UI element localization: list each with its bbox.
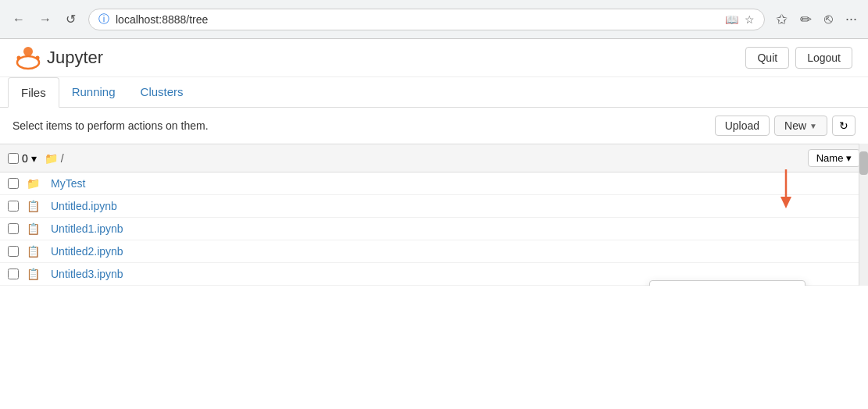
new-button[interactable]: New ▼: [774, 116, 827, 136]
header-checkbox-area: 0 ▾: [8, 152, 37, 165]
header-buttons: Quit Logout: [745, 47, 852, 69]
pen-icon[interactable]: ✏: [797, 9, 815, 30]
share-icon[interactable]: ⎋: [821, 9, 836, 29]
scrollbar-thumb[interactable]: [859, 151, 868, 175]
jupyter-logo: Jupyter: [16, 45, 103, 70]
svg-point-2: [17, 56, 21, 60]
sort-button[interactable]: Name ▾: [808, 149, 860, 167]
tab-running[interactable]: Running: [59, 77, 128, 108]
arrow-indicator: [774, 169, 798, 211]
browser-chrome: ← → ↺ ⓘ localhost:8888/tree 📖 ☆ ✩ ✏ ⎋ ··…: [0, 0, 868, 39]
new-dropdown-arrow: ▼: [809, 122, 817, 130]
file-checkbox-4[interactable]: [8, 269, 19, 279]
file-list-header: 0 ▾ 📁 / Name ▾: [0, 144, 868, 172]
dropdown-toggle[interactable]: ▾: [31, 152, 37, 165]
tab-files[interactable]: Files: [8, 77, 59, 108]
dropdown-menu: Notebook: Python 3 Slicer 4.9 Other: Tex…: [649, 280, 805, 286]
jupyter-title: Jupyter: [47, 48, 103, 68]
tab-clusters[interactable]: Clusters: [128, 77, 196, 108]
svg-point-3: [36, 56, 40, 60]
url-text: localhost:8888/tree: [116, 13, 719, 26]
content-area: 0 ▾ 📁 / Name ▾ 📁 MyTest 📋 Untitled.ipynb…: [0, 144, 868, 286]
main-content: Files Running Clusters Select items to p…: [0, 77, 868, 286]
file-name-2[interactable]: Untitled1.ipynb: [51, 222, 860, 235]
notebook-section-label: Notebook:: [650, 281, 805, 286]
folder-file-icon: 📁: [27, 177, 40, 190]
select-message: Select items to perform actions on them.: [13, 119, 209, 132]
tabs: Files Running Clusters: [0, 77, 868, 108]
favorites-icon[interactable]: ✩: [773, 9, 791, 30]
upload-button[interactable]: Upload: [715, 116, 770, 136]
notebook-file-icon-4: 📋: [27, 268, 40, 280]
path-text: /: [61, 152, 64, 165]
svg-marker-5: [780, 197, 791, 208]
back-button[interactable]: ←: [8, 9, 30, 30]
toolbar: Select items to perform actions on them.…: [0, 108, 868, 144]
bookmark-icon[interactable]: ☆: [745, 13, 755, 26]
notebook-file-icon-2: 📋: [27, 222, 40, 235]
jupyter-logo-icon: [16, 45, 41, 70]
browser-actions: ✩ ✏ ⎋ ···: [773, 9, 860, 30]
forward-button[interactable]: →: [34, 9, 56, 30]
file-checkbox-3[interactable]: [8, 246, 19, 257]
svg-point-0: [23, 47, 33, 56]
folder-icon: 📁: [45, 152, 58, 165]
file-count: 0: [22, 152, 28, 165]
info-icon: ⓘ: [98, 12, 109, 27]
jupyter-header: Jupyter Quit Logout: [0, 39, 868, 77]
file-name-0[interactable]: MyTest: [51, 177, 860, 190]
reader-icon[interactable]: 📖: [725, 13, 738, 26]
notebook-file-icon-1: 📋: [27, 200, 40, 212]
file-checkbox-0[interactable]: [8, 178, 19, 189]
notebook-file-icon-3: 📋: [27, 245, 40, 258]
logout-button[interactable]: Logout: [795, 47, 852, 69]
select-all-checkbox[interactable]: [8, 153, 19, 164]
refresh-files-button[interactable]: ↻: [832, 116, 855, 136]
file-row: 📋 Untitled1.ipynb: [0, 218, 868, 240]
file-name-1[interactable]: Untitled.ipynb: [51, 200, 860, 212]
file-row: 📁 MyTest: [0, 172, 868, 195]
file-row: 📋 Untitled.ipynb: [0, 195, 868, 218]
menu-icon[interactable]: ···: [842, 9, 860, 29]
file-checkbox-2[interactable]: [8, 223, 19, 234]
scrollbar[interactable]: [859, 144, 868, 286]
file-name-4[interactable]: Untitled3.ipynb: [51, 268, 860, 280]
nav-buttons: ← → ↺: [8, 9, 80, 30]
new-label: New: [784, 119, 806, 132]
file-checkbox-1[interactable]: [8, 201, 19, 212]
path-indicator: 📁 /: [45, 152, 64, 165]
refresh-button[interactable]: ↺: [61, 9, 80, 30]
file-name-3[interactable]: Untitled2.ipynb: [51, 245, 860, 258]
toolbar-right: Upload New ▼ ↻: [715, 116, 855, 136]
file-row: 📋 Untitled2.ipynb: [0, 240, 868, 263]
address-bar[interactable]: ⓘ localhost:8888/tree 📖 ☆: [88, 9, 765, 30]
address-icons: 📖 ☆: [725, 13, 755, 26]
quit-button[interactable]: Quit: [745, 47, 789, 69]
